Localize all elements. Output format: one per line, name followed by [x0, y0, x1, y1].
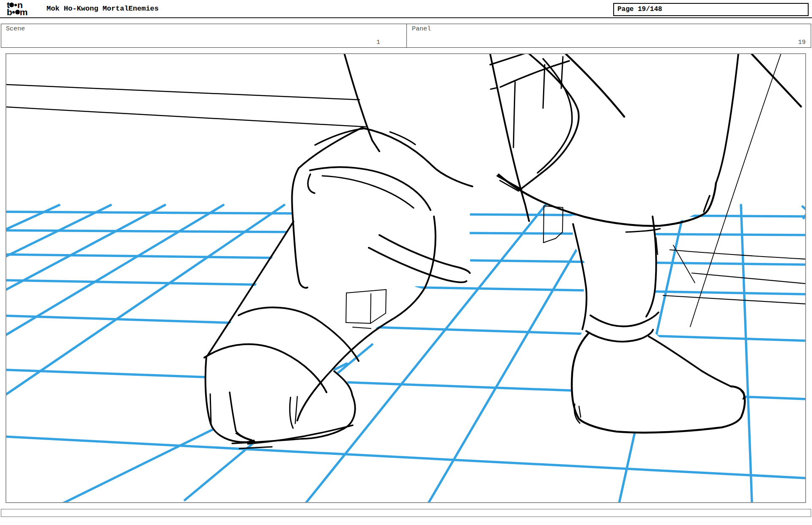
caption-strip [1, 509, 811, 517]
panel-frame [5, 53, 806, 503]
storyboard-page: { "header": { "logo": {"l1a": "t", "l1b"… [0, 0, 812, 525]
